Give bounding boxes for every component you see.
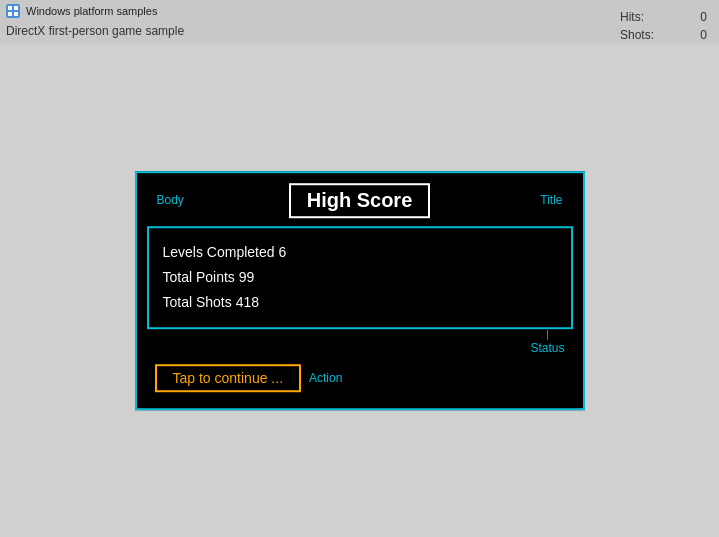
dialog-title-row: Body High Score Title	[147, 183, 573, 218]
status-tick: |	[546, 329, 549, 340]
dialog-content: Levels Completed 6 Total Points 99 Total…	[147, 226, 573, 330]
dialog-action-row: Tap to continue ... Action	[147, 358, 573, 398]
svg-rect-1	[14, 6, 18, 10]
hits-row: Hits: 0	[620, 8, 707, 26]
content-line-2: Total Points 99	[163, 265, 557, 290]
game-title: DirectX first-person game sample	[0, 22, 719, 42]
shots-label: Shots:	[620, 26, 654, 44]
content-line-3: Total Shots 418	[163, 290, 557, 315]
dialog-status-row: | Status	[147, 329, 573, 358]
dialog-outer: Body High Score Title Levels Completed 6…	[135, 171, 585, 411]
hits-value: 0	[687, 8, 707, 26]
svg-rect-3	[14, 12, 18, 16]
action-annotation: Action	[309, 371, 342, 385]
content-line-1: Levels Completed 6	[163, 240, 557, 265]
shots-row: Shots: 0	[620, 26, 707, 44]
status-annotation: Status	[530, 341, 564, 355]
body-annotation: Body	[157, 193, 184, 207]
title-bar: Windows platform samples	[0, 0, 719, 22]
shots-value: 0	[687, 26, 707, 44]
svg-rect-2	[8, 12, 12, 16]
app-icon	[6, 4, 20, 18]
title-annotation: Title	[540, 193, 562, 207]
hits-label: Hits:	[620, 8, 644, 26]
tap-to-continue-button[interactable]: Tap to continue ...	[155, 364, 302, 392]
dialog-overlay: Body High Score Title Levels Completed 6…	[135, 171, 585, 411]
dialog-title-text: High Score	[307, 189, 413, 211]
svg-rect-0	[8, 6, 12, 10]
dialog-title-box: High Score	[289, 183, 431, 218]
app-name: Windows platform samples	[26, 5, 157, 17]
game-area: Body High Score Title Levels Completed 6…	[0, 44, 719, 537]
